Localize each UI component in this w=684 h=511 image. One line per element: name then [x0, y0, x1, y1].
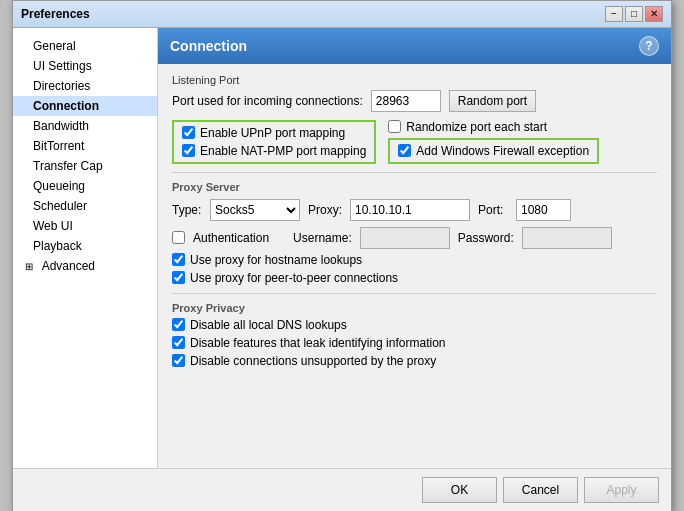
dns-checkbox[interactable] [172, 318, 185, 331]
close-button[interactable]: ✕ [645, 6, 663, 22]
port-label2: Port: [478, 203, 508, 217]
section-header: Connection ? [158, 28, 671, 64]
help-button[interactable]: ? [639, 36, 659, 56]
proxy-type-select[interactable]: Socks5 [210, 199, 300, 221]
auth-row: Authentication Username: Password: [172, 227, 657, 249]
apply-button[interactable]: Apply [584, 477, 659, 503]
port-row: Port used for incoming connections: Rand… [172, 90, 657, 112]
maximize-button[interactable]: □ [625, 6, 643, 22]
password-label: Password: [458, 231, 514, 245]
sidebar-item-connection[interactable]: Connection [13, 96, 157, 116]
leak-label: Disable features that leak identifying i… [190, 336, 445, 350]
cancel-button[interactable]: Cancel [503, 477, 578, 503]
upnp-nat-group: Enable UPnP port mapping Enable NAT-PMP … [172, 120, 376, 164]
window-body: General UI Settings Directories Connecti… [13, 28, 671, 468]
sidebar-item-ui-settings[interactable]: UI Settings [13, 56, 157, 76]
port-input[interactable] [371, 90, 441, 112]
hostname-label: Use proxy for hostname lookups [190, 253, 362, 267]
sidebar-item-web-ui[interactable]: Web UI [13, 216, 157, 236]
random-port-button[interactable]: Random port [449, 90, 536, 112]
title-bar-buttons: − □ ✕ [605, 6, 663, 22]
checkboxes-wrapper: Enable UPnP port mapping Enable NAT-PMP … [172, 120, 657, 164]
username-input[interactable] [360, 227, 450, 249]
minimize-button[interactable]: − [605, 6, 623, 22]
window-title: Preferences [21, 7, 90, 21]
listening-port-label: Listening Port [172, 74, 657, 86]
upnp-checkbox[interactable] [182, 126, 195, 139]
right-checkboxes: Randomize port each start Add Windows Fi… [388, 120, 599, 164]
upnp-label: Enable UPnP port mapping [200, 126, 345, 140]
privacy-section: Proxy Privacy Disable all local DNS look… [172, 302, 657, 368]
dns-label: Disable all local DNS lookups [190, 318, 347, 332]
randomize-label: Randomize port each start [406, 120, 547, 134]
proxy-type-row: Type: Socks5 Proxy: Port: [172, 199, 657, 221]
sidebar-item-directories[interactable]: Directories [13, 76, 157, 96]
upnp-checkbox-item: Enable UPnP port mapping [182, 126, 366, 140]
username-label: Username: [293, 231, 352, 245]
leak-checkbox-item: Disable features that leak identifying i… [172, 336, 657, 350]
firewall-group: Add Windows Firewall exception [388, 138, 599, 164]
proxy-address-input[interactable] [350, 199, 470, 221]
hostname-checkbox-item: Use proxy for hostname lookups [172, 253, 657, 267]
ok-button[interactable]: OK [422, 477, 497, 503]
title-bar: Preferences − □ ✕ [13, 1, 671, 28]
password-input[interactable] [522, 227, 612, 249]
sidebar-item-advanced-label: Advanced [42, 259, 95, 273]
sidebar-item-queueing[interactable]: Queueing [13, 176, 157, 196]
nat-checkbox-item: Enable NAT-PMP port mapping [182, 144, 366, 158]
content-area: Listening Port Port used for incoming co… [158, 64, 671, 468]
bottom-bar: OK Cancel Apply [13, 468, 671, 511]
sidebar-item-general[interactable]: General [13, 36, 157, 56]
main-content: Connection ? Listening Port Port used fo… [158, 28, 671, 468]
unsupported-checkbox-item: Disable connections unsupported by the p… [172, 354, 657, 368]
privacy-label: Proxy Privacy [172, 302, 657, 314]
sidebar-item-advanced[interactable]: ⊞ Advanced [13, 256, 157, 276]
section-title: Connection [170, 38, 247, 54]
proxy-section-label: Proxy Server [172, 181, 657, 193]
hostname-checkbox[interactable] [172, 253, 185, 266]
p2p-label: Use proxy for peer-to-peer connections [190, 271, 398, 285]
firewall-checkbox-item: Add Windows Firewall exception [398, 144, 589, 158]
randomize-checkbox[interactable] [388, 120, 401, 133]
preferences-window: Preferences − □ ✕ General UI Settings Di… [12, 0, 672, 511]
randomize-checkbox-item: Randomize port each start [388, 120, 599, 134]
sidebar-item-playback[interactable]: Playback [13, 236, 157, 256]
divider1 [172, 172, 657, 173]
firewall-label: Add Windows Firewall exception [416, 144, 589, 158]
sidebar-item-transfer-cap[interactable]: Transfer Cap [13, 156, 157, 176]
sidebar-item-bittorrent[interactable]: BitTorrent [13, 136, 157, 156]
sidebar-item-bandwidth[interactable]: Bandwidth [13, 116, 157, 136]
sidebar: General UI Settings Directories Connecti… [13, 28, 158, 468]
p2p-checkbox[interactable] [172, 271, 185, 284]
unsupported-checkbox[interactable] [172, 354, 185, 367]
leak-checkbox[interactable] [172, 336, 185, 349]
tree-toggle-icon: ⊞ [25, 261, 39, 272]
unsupported-label: Disable connections unsupported by the p… [190, 354, 436, 368]
auth-checkbox[interactable] [172, 231, 185, 244]
port-used-label: Port used for incoming connections: [172, 94, 363, 108]
nat-label: Enable NAT-PMP port mapping [200, 144, 366, 158]
auth-label: Authentication [193, 231, 269, 245]
firewall-checkbox[interactable] [398, 144, 411, 157]
proxy-label: Proxy: [308, 203, 342, 217]
sidebar-item-scheduler[interactable]: Scheduler [13, 196, 157, 216]
divider2 [172, 293, 657, 294]
p2p-checkbox-item: Use proxy for peer-to-peer connections [172, 271, 657, 285]
nat-checkbox[interactable] [182, 144, 195, 157]
proxy-port-input[interactable] [516, 199, 571, 221]
type-label: Type: [172, 203, 202, 217]
dns-checkbox-item: Disable all local DNS lookups [172, 318, 657, 332]
